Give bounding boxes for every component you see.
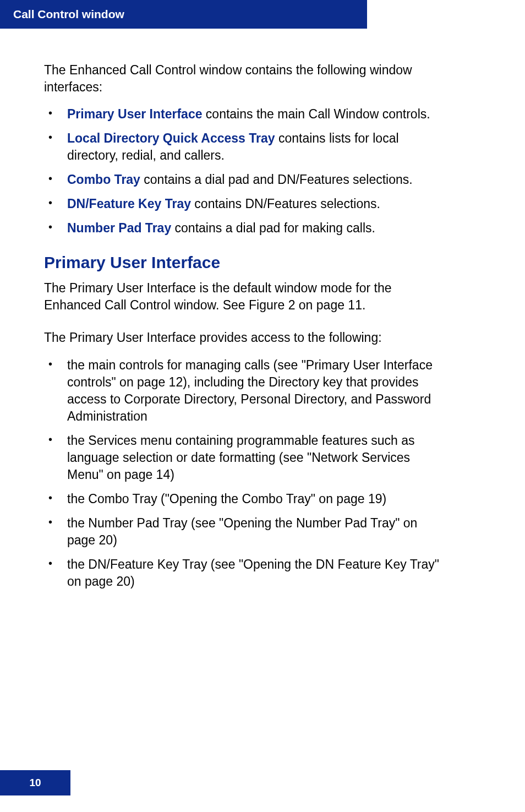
paragraph: The Primary User Interface provides acce… [44,329,440,346]
list-item: Primary User Interface contains the main… [44,106,440,123]
section-heading: Primary User Interface [44,253,440,272]
page-number: 10 [29,777,41,788]
link-combo-tray[interactable]: Combo Tray [67,172,140,187]
page-number-bar: 10 [0,770,70,795]
page-header: Call Control window [0,0,367,29]
link-primary-user-interface[interactable]: Primary User Interface [67,107,202,121]
link-dn-feature-key-tray[interactable]: DN/Feature Key Tray [67,197,191,211]
access-list: the main controls for managing calls (se… [44,357,440,591]
list-item: the Combo Tray ("Opening the Combo Tray"… [44,491,440,508]
list-item: the DN/Feature Key Tray (see "Opening th… [44,556,440,590]
link-number-pad-tray[interactable]: Number Pad Tray [67,221,171,235]
link-local-directory-tray[interactable]: Local Directory Quick Access Tray [67,131,275,145]
list-item-text: contains a dial pad for making calls. [171,221,375,235]
page-content: The Enhanced Call Control window contain… [0,29,484,590]
list-item-text: contains the main Call Window controls. [202,107,430,121]
list-item: Local Directory Quick Access Tray contai… [44,130,440,164]
list-item: Combo Tray contains a dial pad and DN/Fe… [44,171,440,188]
header-title: Call Control window [13,8,124,20]
list-item: the Services menu containing programmabl… [44,432,440,483]
list-item-text: contains DN/Features selections. [191,197,380,211]
paragraph: The Primary User Interface is the defaul… [44,280,440,314]
list-item: the main controls for managing calls (se… [44,357,440,425]
list-item: Number Pad Tray contains a dial pad for … [44,220,440,237]
intro-text: The Enhanced Call Control window contain… [44,62,440,96]
interface-list: Primary User Interface contains the main… [44,106,440,237]
list-item: the Number Pad Tray (see "Opening the Nu… [44,515,440,549]
list-item-text: contains a dial pad and DN/Features sele… [140,172,413,187]
list-item: DN/Feature Key Tray contains DN/Features… [44,195,440,212]
